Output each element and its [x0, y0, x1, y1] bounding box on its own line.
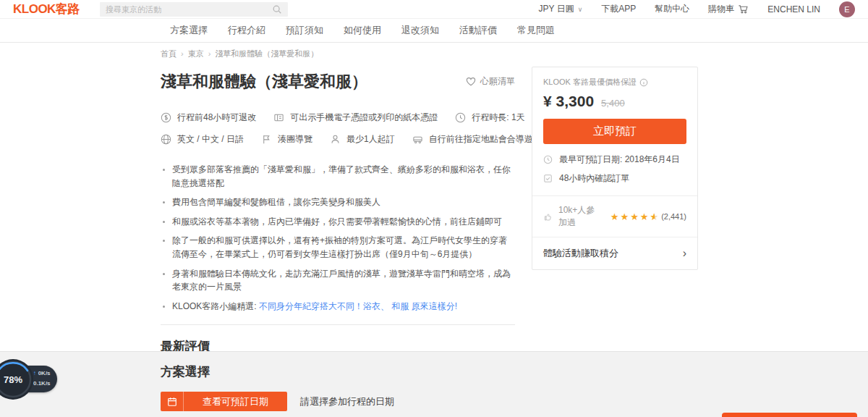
highlight-item-editor-pick: KLOOK客路小編精選: 不同身分年紀穿搭大不同！浴衣、 和服 原來這樣分! — [172, 300, 515, 313]
feature-meetup-label: 自行前往指定地點會合導遊 — [429, 133, 533, 146]
page-title: 淺草和服體驗（淺草愛和服） — [161, 71, 367, 93]
feature-list: 行程前48小時可退改 可出示手機電子憑證或列印的紙本憑證 行程時長: 1天 英文… — [161, 111, 515, 146]
check-dates-button[interactable]: 查看可預訂日期 — [161, 392, 287, 411]
feature-tour-label: 湊團導覽 — [278, 133, 312, 146]
cart-link[interactable]: 購物車 — [708, 3, 749, 15]
voucher-icon — [273, 112, 284, 123]
confirmation-row: 48小時內確認訂單 — [543, 172, 686, 185]
breadcrumb-home[interactable]: 首頁 — [161, 49, 184, 59]
search-box[interactable] — [100, 2, 288, 17]
search-input[interactable] — [106, 5, 272, 14]
car-icon — [412, 134, 423, 145]
avatar[interactable]: E — [839, 1, 855, 17]
chevron-down-icon: ∨ — [578, 6, 583, 13]
tab-refund-policy[interactable]: 退改須知 — [401, 24, 439, 37]
star-icon — [630, 211, 639, 222]
editor-pick-link[interactable]: 不同身分年紀穿搭大不同！浴衣、 和服 原來這樣分! — [259, 301, 457, 311]
clock-icon — [455, 112, 466, 123]
highlight-item: 受到眾多部落客推薦的「淺草愛和服」，準備了款式齊全、繽紛多彩的和服和浴衣，任你隨… — [172, 163, 515, 190]
currency-selector[interactable]: JPY 日圓 ∨ — [539, 3, 583, 15]
klook-logo[interactable]: KLOOK客路 — [13, 1, 80, 17]
feature-min-pax: 最少1人起訂 — [330, 133, 395, 146]
earliest-date-label: 最早可預訂日期: 2018年6月4日 — [559, 153, 680, 166]
refund-icon — [161, 112, 171, 123]
feature-voucher-label: 可出示手機電子憑證或列印的紙本憑證 — [290, 111, 438, 124]
feature-duration: 行程時長: 1天 — [455, 111, 524, 124]
plan-selection-section: 方案選擇 查看可預訂日期 請選擇參加行程的日期 — [0, 351, 868, 417]
calendar-icon — [161, 392, 184, 411]
booking-card: KLOOK 客路最優價格保證 ¥ 3,300 5,400 立即預訂 最早可預訂日… — [532, 67, 698, 270]
breadcrumb-current: 淺草和服體驗（淺草愛和服） — [215, 49, 318, 59]
earliest-date-row: 最早可預訂日期: 2018年6月4日 — [543, 153, 686, 166]
plan-heading: 方案選擇 — [161, 363, 868, 380]
rating-count: (2,441) — [661, 212, 686, 221]
network-speed-widget[interactable]: 0K/s 0.1K/s 78% — [0, 358, 34, 400]
social-proof-row: 10k+人參加過 (2,441) — [532, 196, 697, 237]
currency-label: JPY 日圓 — [539, 3, 574, 15]
participants-label: 10k+人參加過 — [558, 204, 603, 229]
tab-itinerary[interactable]: 行程介紹 — [228, 24, 265, 37]
user-menu[interactable]: ENCHEN LIN — [767, 4, 820, 14]
person-icon — [330, 134, 341, 145]
feature-languages: 英文 / 中文 / 日語 — [161, 133, 244, 146]
globe-icon — [161, 134, 171, 145]
highlight-item: 身著和服體驗日本傳統文化，走訪充滿江戶風情的淺草，遊覽淺草寺雷門和晴空塔，成為老… — [172, 267, 515, 294]
highlight-item: 和服或浴衣等基本著物，店內已準備好，你只需要帶著輕鬆愉快的心情，前往店鋪即可 — [172, 215, 515, 229]
feature-languages-label: 英文 / 中文 / 日語 — [177, 133, 244, 146]
feature-tour: 湊團導覽 — [261, 133, 312, 146]
confirmation-label: 48小時內確認訂單 — [559, 172, 629, 185]
floating-book-button[interactable] — [722, 413, 857, 417]
topbar-right: JPY 日圓 ∨ 下載APP 幫助中心 購物車 ENCHEN LIN E — [539, 1, 855, 17]
tab-booking-info[interactable]: 預訂須知 — [286, 24, 323, 37]
feature-refund: 行程前48小時可退改 — [161, 111, 256, 124]
clock-icon — [543, 155, 553, 164]
earn-credits-label: 體驗活動賺取積分 — [543, 247, 618, 260]
plan-hint: 請選擇參加行程的日期 — [300, 395, 394, 408]
wishlist-button[interactable]: 心願清單 — [465, 75, 515, 88]
feature-min-pax-label: 最少1人起訂 — [346, 133, 395, 146]
participants-icon — [543, 212, 553, 222]
help-center-label: 幫助中心 — [655, 3, 689, 15]
download-app-label: 下載APP — [601, 3, 636, 15]
feature-voucher: 可出示手機電子憑證或列印的紙本憑證 — [273, 111, 438, 124]
search-icon[interactable] — [272, 4, 282, 14]
feature-refund-label: 行程前48小時可退改 — [177, 111, 256, 124]
earn-credits-row[interactable]: 體驗活動賺取積分 — [532, 237, 697, 269]
flag-icon — [261, 134, 272, 145]
download-app-link[interactable]: 下載APP — [601, 3, 636, 15]
cart-label: 購物車 — [708, 3, 734, 15]
check-square-icon — [543, 174, 553, 183]
heart-icon — [465, 76, 477, 87]
highlight-item: 除了一般的和服可供選擇以外，還有袴+振袖的特別方案可選。為江戶時代女學生的穿著流… — [172, 234, 515, 261]
tab-plan[interactable]: 方案選擇 — [170, 24, 208, 37]
percent-label: 78% — [0, 358, 34, 400]
memory-percent-dial[interactable]: 78% — [0, 358, 34, 400]
cart-icon — [738, 4, 749, 14]
tab-faq[interactable]: 常見問題 — [517, 24, 555, 37]
breadcrumb-city[interactable]: 東京 — [188, 49, 211, 59]
highlight-list: 受到眾多部落客推薦的「淺草愛和服」，準備了款式齊全、繽紛多彩的和服和浴衣，任你隨… — [161, 163, 515, 313]
top-bar: KLOOK客路 JPY 日圓 ∨ 下載APP 幫助中心 購物車 ENCHEN L… — [0, 0, 868, 19]
card-rating-stars: (2,441) — [609, 211, 686, 222]
tab-how-to-use[interactable]: 如何使用 — [344, 24, 381, 37]
check-dates-label: 查看可預訂日期 — [184, 395, 287, 408]
chevron-right-icon — [683, 248, 686, 259]
info-icon[interactable] — [639, 78, 648, 87]
section-divider — [161, 324, 515, 325]
current-price: ¥ 3,300 — [543, 93, 594, 110]
feature-meetup: 自行前往指定地點會合導遊 — [412, 133, 533, 146]
wishlist-label: 心願清單 — [480, 75, 515, 88]
star-icon — [621, 211, 629, 222]
user-name: ENCHEN LIN — [767, 4, 820, 14]
help-center-link[interactable]: 幫助中心 — [655, 3, 689, 15]
editor-pick-prefix: KLOOK客路小編精選: — [172, 301, 259, 311]
tab-reviews[interactable]: 活動評價 — [459, 24, 497, 37]
star-half-icon — [650, 211, 658, 222]
highlight-item: 費用包含簡單編髮和髮飾租借，讓你完美變身和服美人 — [172, 195, 515, 209]
breadcrumb: 首頁 東京 淺草和服體驗（淺草愛和服） — [0, 43, 868, 59]
section-tabs: 方案選擇 行程介紹 預訂須知 如何使用 退改須知 活動評價 常見問題 — [0, 19, 868, 43]
original-price: 5,400 — [601, 98, 625, 109]
star-icon — [640, 211, 649, 222]
feature-duration-label: 行程時長: 1天 — [472, 111, 524, 124]
book-now-button[interactable]: 立即預訂 — [543, 119, 686, 144]
